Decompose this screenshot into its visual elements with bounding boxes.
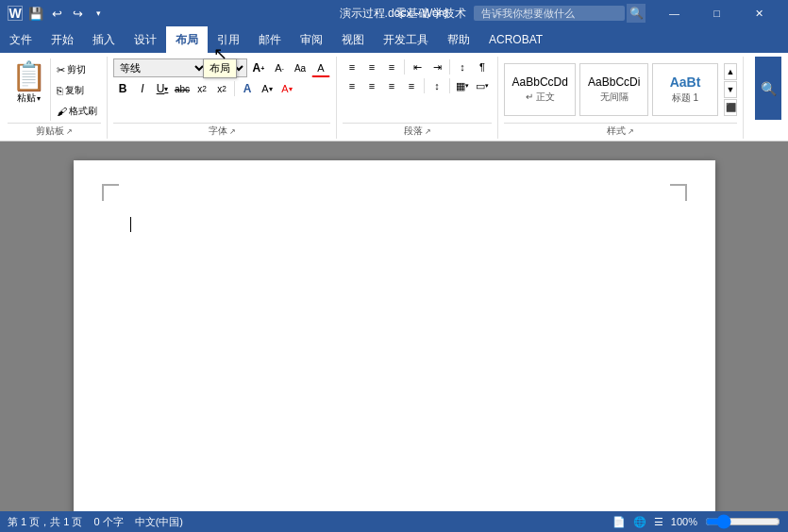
align-right-button[interactable]: ≡ <box>382 77 401 94</box>
document-content[interactable] <box>130 208 659 232</box>
para-row1: ≡ ≡ ≡ ⇤ ⇥ ↕ ¶ <box>343 58 492 75</box>
strikethrough-button[interactable]: abc <box>173 79 192 98</box>
align-left-button[interactable]: ≡ <box>343 77 361 94</box>
search-icon[interactable]: 🔍 <box>627 4 645 23</box>
copy-button[interactable]: ⎘ 复制 <box>53 81 101 100</box>
cut-button[interactable]: ✂ 剪切 <box>53 60 101 79</box>
style-heading1-preview: AaBt <box>670 75 701 90</box>
find-icon-button[interactable]: 🔍 <box>755 57 781 120</box>
document-title: 演示过程.docx - Word <box>340 6 449 22</box>
tab-file[interactable]: 文件 <box>0 26 42 53</box>
zoom-slider[interactable] <box>705 517 780 526</box>
font-color-button[interactable]: A▾ <box>277 79 296 98</box>
change-case-button[interactable]: Aa <box>291 58 310 77</box>
font-group: 等线 11 A+ A- Aa A B I U▾ abc x2 x2 <box>108 57 337 139</box>
bullets-button[interactable]: ≡ <box>343 58 361 75</box>
para-row2: ≡ ≡ ≡ ≡ ↕ ▦▾ ▭▾ <box>343 77 492 94</box>
view-outline-icon[interactable]: ☰ <box>654 516 663 528</box>
language-info[interactable]: 中文(中国) <box>135 515 183 529</box>
tab-references[interactable]: 引用 <box>208 26 249 53</box>
styles-scroll-up[interactable]: ▲ <box>724 63 737 80</box>
status-left: 第 1 页，共 1 页 0 个字 中文(中国) <box>8 515 183 529</box>
paragraph-group: ≡ ≡ ≡ ⇤ ⇥ ↕ ¶ ≡ ≡ ≡ ≡ ↕ <box>337 57 498 139</box>
divider4 <box>424 78 425 93</box>
multilevel-button[interactable]: ≡ <box>382 58 401 75</box>
ribbon: 文件 开始 插入 设计 布局 引用 邮件 审阅 视图 开发工具 帮助 ACROB… <box>0 26 788 141</box>
tab-layout[interactable]: 布局 <box>166 26 208 53</box>
superscript-button[interactable]: x2 <box>212 79 231 98</box>
page-info[interactable]: 第 1 页，共 1 页 <box>8 515 82 529</box>
style-normal[interactable]: AaBbCcDd ↵ 正文 <box>504 63 576 116</box>
shading-button[interactable]: ▦▾ <box>453 77 472 94</box>
sort-button[interactable]: ↕ <box>453 58 472 75</box>
styles-expand-button[interactable]: ⬛ <box>724 99 737 116</box>
justify-button[interactable]: ≡ <box>402 77 421 94</box>
save-button[interactable]: 💾 <box>26 4 45 23</box>
status-right: 📄 🌐 ☰ 100% <box>612 516 780 528</box>
format-painter-button[interactable]: 🖌 格式刷 <box>53 102 101 121</box>
font-expand-icon[interactable]: ↗ <box>229 127 236 136</box>
top-right-area: 零基础 学技术 🔍 — □ ✕ <box>395 0 780 26</box>
highlight-button[interactable]: A▾ <box>258 79 277 98</box>
tab-home[interactable]: 开始 <box>42 26 83 53</box>
redo-button[interactable]: ↪ <box>68 4 87 23</box>
close-button[interactable]: ✕ <box>738 0 780 26</box>
shading-icon: ▦ <box>456 80 465 92</box>
help-search-input[interactable] <box>474 6 625 21</box>
maximize-button[interactable]: □ <box>696 0 738 26</box>
increase-indent-button[interactable]: ⇥ <box>428 58 446 75</box>
text-effect-button[interactable]: A <box>238 79 257 98</box>
decrease-indent-button[interactable]: ⇤ <box>408 58 427 75</box>
styles-expand-icon[interactable]: ↗ <box>628 127 634 136</box>
para-expand-icon[interactable]: ↗ <box>425 127 431 136</box>
customize-qat-button[interactable]: ▾ <box>89 4 108 23</box>
font-style-row: B I U▾ abc x2 x2 A A▾ A▾ <box>113 79 330 98</box>
bold-button[interactable]: B <box>113 79 132 98</box>
numbering-button[interactable]: ≡ <box>362 58 381 75</box>
scissors-icon: ✂ <box>57 64 65 76</box>
ribbon-tabs: 文件 开始 插入 设计 布局 引用 邮件 审阅 视图 开发工具 帮助 ACROB… <box>0 26 788 53</box>
clipboard-expand-icon[interactable]: ↗ <box>66 127 73 136</box>
tab-review[interactable]: 审阅 <box>291 26 332 53</box>
zoom-level: 100% <box>671 516 697 527</box>
window-controls: — □ ✕ <box>653 0 780 26</box>
style-no-spacing[interactable]: AaBbCcDi 无间隔 <box>579 63 648 116</box>
shrink-font-button[interactable]: A- <box>270 58 289 77</box>
tab-mailing[interactable]: 邮件 <box>249 26 291 53</box>
show-marks-button[interactable]: ¶ <box>473 58 492 75</box>
underline-button[interactable]: U▾ <box>153 79 172 98</box>
font-size-select[interactable]: 11 <box>210 58 247 77</box>
clipboard-sub-buttons: ✂ 剪切 ⎘ 复制 🖌 格式刷 <box>53 58 101 121</box>
tab-view[interactable]: 视图 <box>332 26 374 53</box>
quick-access-toolbar: 💾 ↩ ↪ ▾ <box>26 4 108 23</box>
word-count[interactable]: 0 个字 <box>93 515 123 529</box>
line-spacing-button[interactable]: ↕ <box>428 77 446 94</box>
italic-button[interactable]: I <box>133 79 152 98</box>
undo-button[interactable]: ↩ <box>47 4 66 23</box>
align-center-button[interactable]: ≡ <box>362 77 381 94</box>
tab-acrobat[interactable]: ACROBAT <box>479 26 552 53</box>
style-heading1-label: 标题 1 <box>672 91 698 105</box>
paste-button[interactable]: 📋 粘贴▾ <box>8 58 51 121</box>
ribbon-content: 📋 粘贴▾ ✂ 剪切 ⎘ 复制 🖌 格式刷 <box>0 53 788 141</box>
view-web-icon[interactable]: 🌐 <box>633 516 646 528</box>
title-bar-left: W 💾 ↩ ↪ ▾ <box>8 4 108 23</box>
paste-icon: 📋 <box>11 60 46 91</box>
tab-insert[interactable]: 插入 <box>83 26 125 53</box>
paragraph-group-label: 段落 ↗ <box>343 123 492 139</box>
tab-design[interactable]: 设计 <box>125 26 166 53</box>
tab-help[interactable]: 帮助 <box>438 26 479 53</box>
styles-group-content: AaBbCcDd ↵ 正文 AaBbCcDi 无间隔 AaBt 标题 1 ▲ ▼ <box>504 58 737 121</box>
grow-font-button[interactable]: A+ <box>249 58 268 77</box>
subscript-button[interactable]: x2 <box>193 79 211 98</box>
clear-format-button[interactable]: A <box>311 58 330 77</box>
style-heading1[interactable]: AaBt 标题 1 <box>652 63 718 116</box>
minimize-button[interactable]: — <box>653 0 696 26</box>
styles-scroll-down[interactable]: ▼ <box>724 81 737 98</box>
document-page[interactable] <box>74 160 715 532</box>
font-name-select[interactable]: 等线 <box>113 58 208 77</box>
paste-label: 粘贴▾ <box>17 91 41 105</box>
border-button[interactable]: ▭▾ <box>473 77 492 94</box>
tab-developer[interactable]: 开发工具 <box>374 26 438 53</box>
view-print-icon[interactable]: 📄 <box>612 516 626 528</box>
